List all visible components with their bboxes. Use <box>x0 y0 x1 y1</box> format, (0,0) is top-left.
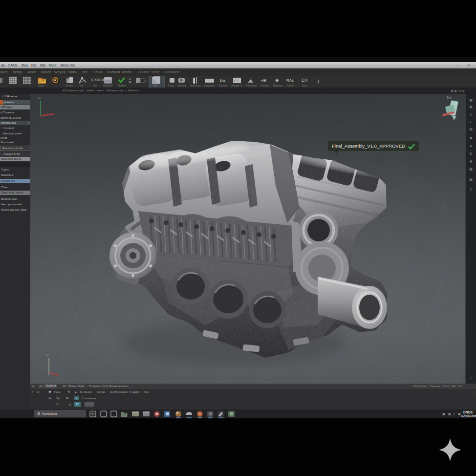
svg-text:▣: ▣ <box>458 412 461 415</box>
svg-text:17: 17 <box>38 96 42 99</box>
svg-text:N: N <box>129 81 131 84</box>
svg-text:J': J' <box>129 77 131 80</box>
svg-text:▯: ▯ <box>454 412 455 415</box>
svg-text:✺: ✺ <box>275 78 279 83</box>
svg-text:❯: ❯ <box>317 79 320 84</box>
svg-text:ΓΞ: ΓΞ <box>234 79 239 83</box>
svg-text:ЕЯ: ЕЯ <box>302 78 308 83</box>
svg-text:DNOS: DNOS <box>463 411 473 414</box>
svg-text:1?: 1? <box>46 353 50 356</box>
svg-text:E SS B: E SS B <box>91 78 104 82</box>
svg-text:3ｗ: 3ｗ <box>447 96 452 99</box>
svg-text:▪Ж: ▪Ж <box>261 78 267 83</box>
svg-text:Þa: Þa <box>220 78 225 83</box>
svg-text:EANSCT05: EANSCT05 <box>461 414 476 417</box>
svg-text:▩: ▩ <box>448 412 451 415</box>
svg-text:RAs: RAs <box>286 78 294 83</box>
svg-text:▦: ▦ <box>442 412 445 415</box>
